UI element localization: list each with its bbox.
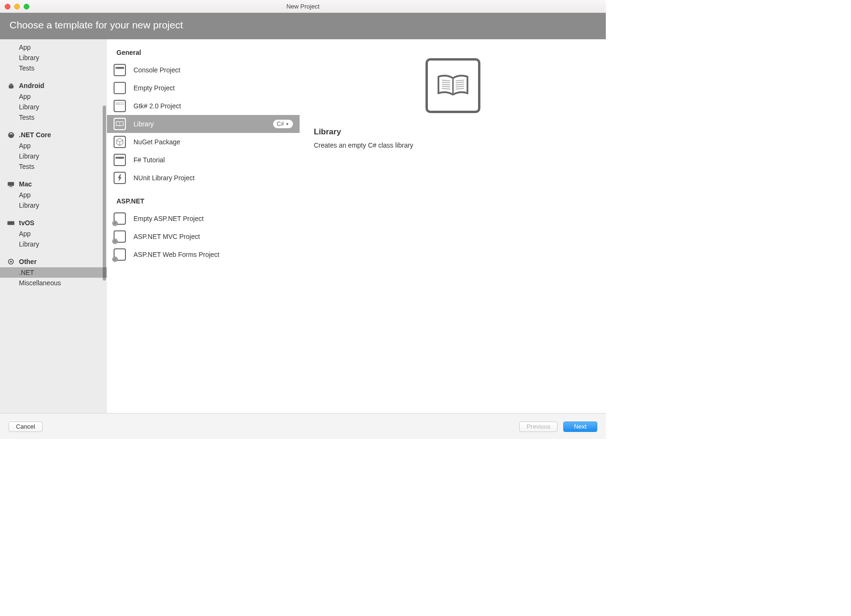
sidebar-item-tvos-library[interactable]: Library <box>0 239 107 249</box>
template-label: Console Project <box>133 66 180 74</box>
category-header-dotnetcore[interactable]: .NET Core <box>0 128 107 141</box>
template-label: Library <box>133 120 154 128</box>
svg-point-13 <box>119 103 119 104</box>
detail-icon <box>426 58 480 113</box>
category-mac: Mac App Library <box>0 177 107 211</box>
svg-text:>_: >_ <box>116 67 118 69</box>
mac-icon <box>7 181 15 187</box>
sidebar-item-android-library[interactable]: Library <box>0 102 107 112</box>
svg-point-17 <box>112 220 118 226</box>
svg-point-1 <box>11 84 12 84</box>
sidebar-item-mac-library[interactable]: Library <box>0 200 107 211</box>
svg-line-30 <box>455 88 464 89</box>
svg-rect-4 <box>9 186 13 187</box>
svg-point-7 <box>10 261 12 263</box>
template-aspnet-webforms[interactable]: ASP.NET Web Forms Project <box>107 246 300 264</box>
template-list[interactable]: General >_ Console Project Empty Project… <box>107 39 300 413</box>
content-area: iOS App Library Tests Android App Librar… <box>0 39 606 413</box>
minimize-window-button[interactable] <box>14 4 20 9</box>
template-empty-project[interactable]: Empty Project <box>107 79 300 97</box>
zoom-window-button[interactable] <box>24 4 29 9</box>
sidebar-item-other-misc[interactable]: Miscellaneous <box>0 278 107 288</box>
category-tvos: tvOS App Library <box>0 216 107 249</box>
svg-point-11 <box>116 103 117 104</box>
language-label: C# <box>277 121 284 127</box>
sidebar-scrollbar-thumb[interactable] <box>103 106 106 281</box>
aspnet-icon <box>114 230 126 243</box>
section-title-general: General <box>107 46 300 61</box>
banner-header: Choose a template for your new project <box>0 13 606 39</box>
template-label: Empty ASP.NET Project <box>133 215 204 222</box>
footer-bar: Cancel Previous Next <box>0 413 606 439</box>
category-android: Android App Library Tests <box>0 79 107 123</box>
category-label: Mac <box>19 180 32 188</box>
sidebar-item-mac-app[interactable]: App <box>0 190 107 200</box>
template-label: NUnit Library Project <box>133 174 195 182</box>
android-icon <box>7 82 15 89</box>
sidebar-item-dotnetcore-tests[interactable]: Tests <box>0 161 107 172</box>
close-window-button[interactable] <box>5 4 10 9</box>
svg-line-23 <box>442 84 450 85</box>
category-ios: iOS App Library Tests <box>0 39 107 73</box>
category-label: Other <box>19 258 36 265</box>
svg-line-27 <box>455 82 464 83</box>
aspnet-icon <box>114 248 126 261</box>
template-label: ASP.NET Web Forms Project <box>133 251 219 258</box>
category-header-mac[interactable]: Mac <box>0 177 107 190</box>
category-label: tvOS <box>19 219 35 227</box>
window-icon <box>114 100 126 112</box>
next-button[interactable]: Next <box>563 422 597 432</box>
package-icon <box>114 136 126 148</box>
sidebar-item-android-app[interactable]: App <box>0 91 107 102</box>
template-nuget-package[interactable]: NuGet Package <box>107 133 300 151</box>
template-console-project[interactable]: >_ Console Project <box>107 61 300 79</box>
detail-title: Library <box>314 127 592 137</box>
language-selector[interactable]: C# ▼ <box>273 120 293 128</box>
template-fsharp-tutorial[interactable]: >_ F# Tutorial <box>107 151 300 169</box>
detail-pane: Library Creates an empty C# class librar… <box>300 39 606 413</box>
template-label: Empty Project <box>133 84 175 92</box>
svg-rect-5 <box>8 221 15 225</box>
svg-line-29 <box>455 86 464 87</box>
template-library[interactable]: Library C# ▼ <box>107 115 300 133</box>
detail-description: Creates an empty C# class library <box>314 141 592 149</box>
sidebar-item-tvos-app[interactable]: App <box>0 229 107 239</box>
bolt-icon <box>114 172 126 184</box>
cancel-button[interactable]: Cancel <box>9 422 43 432</box>
category-sidebar[interactable]: iOS App Library Tests Android App Librar… <box>0 39 107 413</box>
template-label: NuGet Package <box>133 138 180 146</box>
template-aspnet-empty[interactable]: Empty ASP.NET Project <box>107 210 300 228</box>
template-gtk-project[interactable]: Gtk# 2.0 Project <box>107 97 300 115</box>
template-aspnet-mvc[interactable]: ASP.NET MVC Project <box>107 228 300 246</box>
category-header-tvos[interactable]: tvOS <box>0 216 107 229</box>
svg-line-22 <box>442 82 450 83</box>
chevron-down-icon: ▼ <box>285 122 289 126</box>
category-label: .NET Core <box>19 131 51 139</box>
book-icon <box>114 118 126 130</box>
previous-button[interactable]: Previous <box>519 422 558 432</box>
category-label: Android <box>19 82 44 89</box>
svg-point-12 <box>117 103 118 104</box>
tvos-icon <box>7 220 15 226</box>
banner-header-text: Choose a template for your new project <box>9 19 183 30</box>
sidebar-item-ios-tests[interactable]: Tests <box>0 63 107 73</box>
svg-point-18 <box>112 238 118 244</box>
sidebar-item-android-tests[interactable]: Tests <box>0 112 107 123</box>
category-dotnetcore: .NET Core App Library Tests <box>0 128 107 172</box>
template-nunit-library[interactable]: NUnit Library Project <box>107 169 300 187</box>
sidebar-item-ios-app[interactable]: App <box>0 42 107 53</box>
category-label: iOS <box>19 39 30 40</box>
svg-point-0 <box>10 84 10 84</box>
sidebar-item-dotnetcore-library[interactable]: Library <box>0 151 107 161</box>
svg-line-24 <box>442 86 450 87</box>
svg-rect-2 <box>8 182 14 185</box>
category-header-other[interactable]: Other <box>0 255 107 267</box>
aspnet-icon <box>114 212 126 225</box>
sidebar-item-dotnetcore-app[interactable]: App <box>0 141 107 151</box>
sidebar-item-ios-library[interactable]: Library <box>0 53 107 63</box>
category-header-android[interactable]: Android <box>0 79 107 91</box>
svg-line-21 <box>442 80 450 80</box>
other-icon <box>7 258 15 265</box>
sidebar-item-other-dotnet[interactable]: .NET <box>0 267 107 278</box>
template-label: ASP.NET MVC Project <box>133 233 200 240</box>
